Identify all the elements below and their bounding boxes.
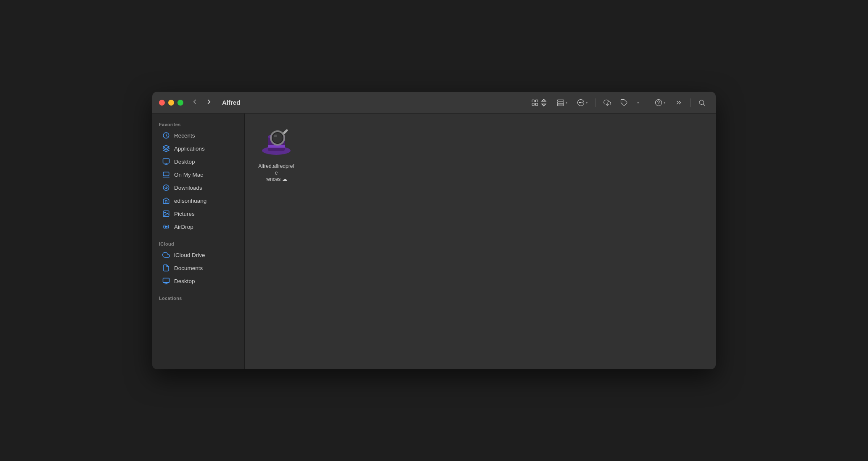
list-view-button[interactable]: ▾ <box>553 97 571 109</box>
svg-line-16 <box>703 104 704 105</box>
svg-rect-6 <box>558 104 564 106</box>
sidebar-item-documents[interactable]: Documents <box>156 262 241 274</box>
svg-point-37 <box>273 133 283 143</box>
close-button[interactable] <box>159 100 165 106</box>
sidebar-item-on-my-mac[interactable]: On My Mac <box>156 168 241 181</box>
maximize-button[interactable] <box>177 100 183 106</box>
titlebar: Alfred <box>152 92 716 114</box>
action-chevron-icon: ▾ <box>586 101 588 105</box>
svg-rect-2 <box>532 103 534 105</box>
nav-buttons <box>188 96 215 109</box>
downloads-label: Downloads <box>174 185 202 191</box>
laptop-icon <box>162 171 170 178</box>
separator2 <box>647 98 647 107</box>
alfred-prefs-name: Alfred.alfredpreferences ☁ <box>257 163 295 183</box>
dropdown-chevron-icon: ▾ <box>637 101 639 105</box>
photos-icon <box>162 210 170 217</box>
document-icon <box>162 264 170 272</box>
clock-icon <box>162 132 170 139</box>
sidebar-item-airdrop[interactable]: AirDrop <box>156 220 241 233</box>
icon-view-button[interactable] <box>528 97 551 109</box>
applications-label: Applications <box>174 146 205 152</box>
svg-rect-0 <box>532 100 534 102</box>
svg-point-14 <box>659 103 659 104</box>
sidebar-item-desktop[interactable]: Desktop <box>156 155 241 168</box>
svg-rect-18 <box>163 159 169 163</box>
download-icon <box>162 184 170 191</box>
recents-label: Recents <box>174 132 195 139</box>
alfred-prefs-icon <box>259 126 293 160</box>
registered-button[interactable]: ▾ <box>651 97 669 109</box>
favorites-section-label: Favorites <box>152 119 244 129</box>
documents-label: Documents <box>174 265 203 271</box>
svg-rect-27 <box>163 278 169 283</box>
sidebar-item-icloud-desktop[interactable]: Desktop <box>156 275 241 287</box>
edisonhuang-label: edisonhuang <box>174 198 206 204</box>
svg-point-8 <box>580 102 581 103</box>
sidebar-item-downloads[interactable]: Downloads <box>156 181 241 194</box>
svg-rect-5 <box>558 102 564 103</box>
svg-point-10 <box>582 102 582 103</box>
file-item-alfred-prefs[interactable]: Alfred.alfredpreferences ☁ <box>253 122 299 187</box>
toolbar: Alfred <box>188 96 709 109</box>
svg-point-25 <box>164 212 165 213</box>
sidebar-item-icloud-drive[interactable]: iCloud Drive <box>156 249 241 261</box>
svg-point-15 <box>699 100 704 105</box>
pictures-label: Pictures <box>174 211 195 217</box>
dropdown-button[interactable]: ▾ <box>634 98 643 107</box>
tag-button[interactable] <box>617 97 631 109</box>
svg-point-9 <box>579 102 580 103</box>
locations-section-label: Locations <box>152 292 244 302</box>
svg-rect-4 <box>558 100 564 101</box>
minimize-button[interactable] <box>168 100 174 106</box>
file-area: Alfred.alfredpreferences ☁ <box>245 114 716 369</box>
traffic-lights <box>159 100 183 106</box>
applications-icon <box>162 145 170 152</box>
svg-rect-21 <box>163 172 169 176</box>
icloud-desktop-icon <box>162 277 170 285</box>
icloud-section-label: iCloud <box>152 238 244 248</box>
airdrop-label: AirDrop <box>174 224 193 230</box>
icloud-desktop-label: Desktop <box>174 278 195 284</box>
sidebar-item-recents[interactable]: Recents <box>156 129 241 142</box>
sidebar-item-pictures[interactable]: Pictures <box>156 207 241 220</box>
icloud-drive-label: iCloud Drive <box>174 252 205 258</box>
sidebar-item-applications[interactable]: Applications <box>156 142 241 155</box>
main-content: Favorites Recents <box>152 114 716 369</box>
forward-button[interactable] <box>203 96 215 109</box>
sidebar-item-edisonhuang[interactable]: edisonhuang <box>156 194 241 207</box>
svg-rect-3 <box>536 103 538 105</box>
home-icon <box>162 197 170 204</box>
window-title: Alfred <box>222 99 240 106</box>
svg-rect-33 <box>268 145 285 148</box>
action-button[interactable]: ▾ <box>574 97 591 109</box>
search-button[interactable] <box>695 97 709 109</box>
share-button[interactable] <box>600 97 614 109</box>
desktop-icon <box>162 158 170 165</box>
overflow-button[interactable] <box>672 97 686 109</box>
svg-rect-1 <box>536 100 538 102</box>
reg-chevron-icon: ▾ <box>664 101 666 105</box>
back-button[interactable] <box>188 96 201 109</box>
alfred-prefs-name-text: Alfred.alfredpreferences ☁ <box>258 163 294 182</box>
toolbar-actions: ▾ ▾ <box>528 97 709 109</box>
airdrop-icon <box>162 223 170 231</box>
desktop-label: Desktop <box>174 159 195 165</box>
finder-window: Alfred <box>152 92 716 369</box>
on-my-mac-label: On My Mac <box>174 172 203 178</box>
icloud-icon <box>162 251 170 259</box>
separator <box>595 98 596 107</box>
chevron-icon: ▾ <box>566 101 568 105</box>
separator3 <box>690 98 691 107</box>
sidebar: Favorites Recents <box>152 114 245 369</box>
svg-point-13 <box>656 99 662 106</box>
